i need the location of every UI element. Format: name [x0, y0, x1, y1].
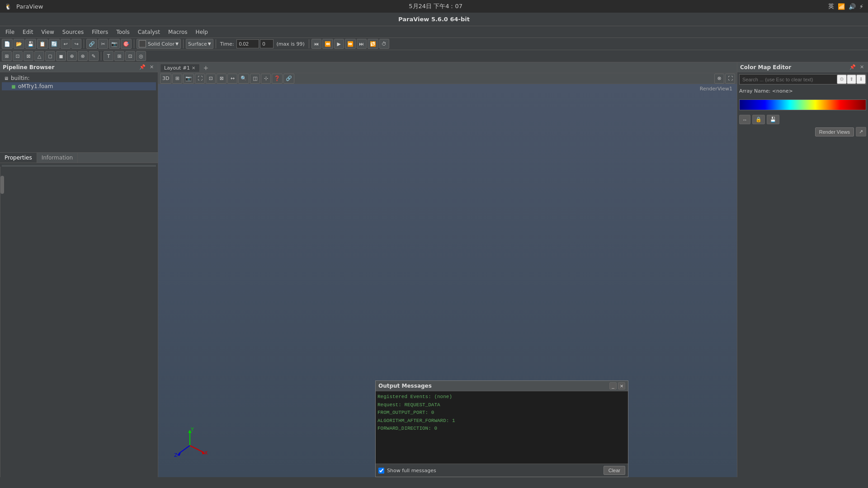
props-scrollbar-thumb[interactable] [0, 176, 4, 194]
pipeline-browser-close[interactable]: ✕ [148, 64, 155, 70]
cme-rescale-btn[interactable]: ↔ [739, 115, 750, 124]
menu-edit[interactable]: Edit [19, 28, 37, 36]
foam-label: oMTry1.foam [18, 83, 53, 89]
system-bar-left: 🐧 ParaView [5, 3, 43, 10]
disconnect-button[interactable]: ✂ [98, 39, 108, 49]
render-split-btn[interactable]: ⊠ [217, 74, 226, 84]
redo-button[interactable]: ↪ [71, 39, 81, 49]
cme-export-btn[interactable]: ⬇ [856, 75, 866, 84]
menu-filters[interactable]: Filters [88, 28, 112, 36]
cme-extra-btn[interactable]: ↗ [856, 127, 866, 136]
cme-search-input[interactable] [740, 75, 837, 84]
connect-button[interactable]: 🔗 [86, 39, 97, 49]
render-query-btn[interactable]: ❓ [272, 74, 283, 84]
tab-properties[interactable]: Properties [0, 153, 37, 163]
cme-close-btn[interactable]: ✕ [859, 64, 865, 70]
filter-btn-12[interactable]: ◎ [136, 51, 146, 61]
tab-information[interactable]: Information [37, 153, 78, 163]
color-map-editor-title: Color Map Editor [740, 64, 791, 70]
surface-select[interactable]: Surface ▼ [186, 39, 213, 49]
render-views-button[interactable]: Render Views [815, 127, 854, 136]
menu-catalyst[interactable]: Catalyst [134, 28, 164, 36]
first-frame-button[interactable]: ⏮ [311, 39, 321, 49]
show-full-messages-checkbox[interactable] [378, 468, 384, 474]
props-copy-btn[interactable]: ⬇ [128, 166, 135, 167]
annotate-btn[interactable]: T [104, 51, 113, 61]
loop-button[interactable]: 🔁 [368, 39, 378, 49]
filter-btn-10[interactable]: ⊞ [114, 51, 124, 61]
props-scrollbar[interactable] [0, 167, 4, 477]
next-frame-button[interactable]: ⏩ [345, 39, 356, 49]
cme-array-name-row: Array Name: <none> [739, 87, 866, 95]
render-select-btn[interactable]: ◫ [250, 74, 260, 84]
layout-tab-add[interactable]: + [201, 63, 212, 72]
filter-btn-8[interactable]: ⊗ [78, 51, 88, 61]
props-pin-btn[interactable]: 📌 [144, 166, 153, 167]
open-file-button[interactable]: 📂 [14, 39, 24, 49]
toolbar-sep-3 [183, 39, 184, 48]
filter-btn-7[interactable]: ⊕ [67, 51, 77, 61]
render-interact-btn[interactable]: ↔ [227, 74, 237, 84]
menu-tools[interactable]: Tools [113, 28, 133, 36]
prev-frame-button[interactable]: ⏪ [322, 39, 333, 49]
render-close-btn[interactable]: ⊗ [714, 74, 724, 84]
menu-help[interactable]: Help [192, 28, 212, 36]
pipeline-item-foam[interactable]: ■ oMTry1.foam [2, 82, 156, 90]
output-messages-title: Output Messages [378, 383, 432, 389]
pick-button[interactable]: 🎯 [121, 39, 132, 49]
layout-tab-1[interactable]: Layout #1 ✕ [160, 64, 200, 72]
render-3d-btn[interactable]: 3D [160, 74, 171, 84]
render-pick-btn[interactable]: ⊹ [261, 74, 271, 84]
filter-btn-4[interactable]: △ [34, 51, 44, 61]
play-button[interactable]: ▶ [334, 39, 344, 49]
time-input[interactable] [236, 39, 259, 48]
render-link-btn[interactable]: 🔗 [283, 74, 294, 84]
filter-btn-9[interactable]: ✎ [89, 51, 99, 61]
pipeline-builtin[interactable]: 🖥 builtin: [2, 74, 156, 82]
pipeline-browser-pin[interactable]: 📌 [138, 64, 147, 70]
output-messages-footer: Show full messages Clear [376, 464, 628, 477]
filter-btn-3[interactable]: ⊠ [24, 51, 33, 61]
output-minimize-btn[interactable]: _ [609, 382, 617, 389]
pipeline-browser: Pipeline Browser 📌 ✕ 🖥 builtin: ■ oMTry1… [0, 62, 158, 153]
new-file-button[interactable]: 📄 [2, 39, 13, 49]
cme-search-settings-btn[interactable]: ⚙ [837, 75, 847, 84]
menu-file[interactable]: File [2, 28, 18, 36]
clear-button[interactable]: Clear [604, 466, 625, 475]
render-layout-btn[interactable]: ⊡ [206, 74, 216, 84]
filter-btn-6[interactable]: ◼ [56, 51, 66, 61]
menu-macros[interactable]: Macros [165, 28, 191, 36]
render-view[interactable]: RenderView1 Y X Z [158, 84, 737, 477]
filter-btn-11[interactable]: ⊡ [125, 51, 135, 61]
system-app-label: ParaView [16, 3, 43, 10]
menu-view[interactable]: View [38, 28, 57, 36]
camera-button[interactable]: 📷 [109, 39, 120, 49]
solid-color-button[interactable]: Solid Color ▼ [137, 39, 181, 49]
filter-btn-5[interactable]: ◻ [45, 51, 55, 61]
render-zoom-btn[interactable]: 🔍 [238, 74, 249, 84]
last-frame-button[interactable]: ⏭ [357, 39, 367, 49]
props-reset-btn[interactable]: ↺ [136, 166, 143, 167]
cme-import-btn[interactable]: ⬆ [847, 75, 856, 84]
layout-tab-1-close[interactable]: ✕ [192, 66, 195, 70]
realtime-button[interactable]: ⏱ [379, 39, 389, 49]
undo-button[interactable]: ↩ [61, 39, 71, 49]
color-map-editor: Color Map Editor 📌 ✕ ⚙ ⬆ ⬇ Array Name: <… [737, 62, 868, 477]
filter-btn-2[interactable]: ⊡ [13, 51, 23, 61]
filter-btn-1[interactable]: ⊞ [2, 51, 12, 61]
save-state-button[interactable]: 📋 [37, 39, 48, 49]
cme-pin-btn[interactable]: 📌 [848, 64, 857, 70]
props-export-btn[interactable]: ⬆ [120, 166, 127, 167]
cme-save-btn[interactable]: 💾 [767, 115, 779, 124]
render-expand-btn[interactable]: ⛶ [725, 74, 735, 84]
cme-lock-btn[interactable]: 🔒 [752, 115, 765, 124]
render-cam-btn[interactable]: 📷 [183, 74, 194, 84]
render-view-name-label: RenderView1 [700, 86, 732, 92]
reload-button[interactable]: 🔄 [49, 39, 60, 49]
save-button[interactable]: 💾 [25, 39, 36, 49]
output-close-btn[interactable]: ✕ [618, 382, 625, 389]
menu-sources[interactable]: Sources [59, 28, 87, 36]
time-step-input[interactable] [260, 39, 274, 48]
render-fullscreen-btn[interactable]: ⛶ [195, 74, 205, 84]
render-reset-btn[interactable]: ⊞ [172, 74, 182, 84]
